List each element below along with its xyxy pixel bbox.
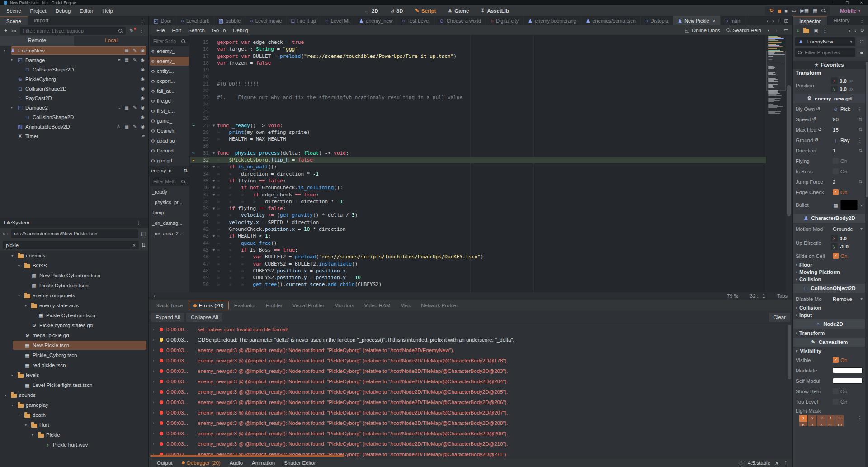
collapse-icon[interactable]: ▾	[11, 373, 15, 377]
scene-tab-level-mt[interactable]: ○Level Mt	[321, 16, 354, 25]
checkbox[interactable]: ✓	[833, 253, 839, 259]
code-line-20[interactable]: 20	[190, 73, 786, 80]
scene-node-collisionshape2d[interactable]: □CollisionShape2D◉	[0, 84, 148, 93]
prop-max-hea[interactable]: Max Hea↺15⇅	[793, 124, 865, 135]
signal-icon[interactable]: ≈	[142, 133, 146, 138]
method-item[interactable]: _ready	[149, 186, 189, 197]
more-icon[interactable]: ⋮	[858, 137, 863, 143]
code-line-47[interactable]: 47» » » var CUBEYS2 = BULLET2.instantiat…	[190, 261, 786, 267]
fs-item[interactable]: ⚙Pickle cyborg states.gd	[0, 320, 148, 330]
prop-up-directio-x[interactable]: x0.0	[831, 235, 863, 242]
history-back-icon[interactable]: ‹	[849, 28, 850, 33]
spinner-icon[interactable]: ⇅	[859, 179, 863, 184]
code-minimap[interactable]	[766, 35, 786, 292]
save-resource-icon[interactable]: ▣	[813, 28, 818, 33]
script-item[interactable]: ⚙first_e...	[149, 106, 189, 116]
script-item[interactable]: ⚙gun.gd	[149, 156, 189, 166]
error-row[interactable]: ›0:00:03...GDScript::reload: The paramet…	[149, 334, 792, 345]
group-prop-collision[interactable]: ›Collision	[793, 276, 865, 283]
fs-item[interactable]: ▾enemy componets	[0, 291, 148, 300]
expand-error-icon[interactable]: ›	[153, 379, 156, 384]
menu-help[interactable]: Help	[99, 7, 117, 14]
error-row[interactable]: ›0:00:03...enemy_new.gd:3 @ @implicit_re…	[149, 418, 792, 428]
fs-item[interactable]: ▾levels	[0, 370, 148, 380]
script-item[interactable]: ⚙good bo	[149, 136, 189, 146]
group-prop-visibility[interactable]: ▾Visibility	[793, 348, 865, 355]
scene-filter-input[interactable]: Filter: name, t:type, g:group	[20, 27, 126, 35]
remote-tab[interactable]: Remote	[0, 36, 74, 46]
prop-top-level[interactable]: Top LevelOn	[793, 396, 865, 407]
code-line-46[interactable]: 46» » » var BULLET2 = preload("res://sce…	[190, 253, 786, 260]
mask-bit-5[interactable]: 5	[835, 415, 844, 422]
eye-icon[interactable]: ◉	[140, 95, 146, 100]
script-item[interactable]: ⚙entity....	[149, 66, 189, 76]
code-line-49[interactable]: 49» » » CUBEYS2.position.y = position.y …	[190, 274, 786, 281]
group-prop-floor[interactable]: ›Floor	[793, 261, 865, 268]
filter-properties-input[interactable]: Filter Properties	[795, 48, 855, 57]
scene-tab-digital-city[interactable]: ○Digital city	[486, 16, 524, 25]
favorites-header[interactable]: ★Favorites	[793, 61, 865, 69]
expand-editor-icon[interactable]: ⊞	[784, 18, 788, 24]
fs-item[interactable]: ▾BOSS	[0, 261, 148, 271]
filesystem-menu-icon[interactable]: ⋮	[132, 219, 145, 227]
code-editor[interactable]: 15@export var edge_check = true16var tar…	[190, 35, 792, 292]
fold-icon[interactable]: ▼	[211, 247, 217, 253]
scene-tab-enemy-boomerang[interactable]: ♟enemy boomerang	[524, 16, 581, 25]
code-line-45[interactable]: 45▼» » if Is_Boss == true:	[190, 247, 786, 253]
scene-tab-door[interactable]: ◰Door	[149, 16, 176, 25]
collapse-icon[interactable]: ▾	[25, 423, 29, 427]
minimize-button[interactable]: –	[832, 0, 834, 5]
play-button[interactable]: ↻	[769, 8, 774, 14]
signal-icon[interactable]: ≈	[117, 57, 122, 62]
zoom-level[interactable]: 79 %	[727, 293, 738, 299]
prop-up-directio-y[interactable]: y-1.0	[831, 243, 863, 250]
indent-mode[interactable]: Tabs	[777, 293, 788, 299]
scene-tab-choose-a-world[interactable]: ☺Choose a world	[435, 16, 486, 25]
code-line-23[interactable]: 23#1. Figure out why and fix the sfhsrui…	[190, 94, 786, 101]
scene-tab-bubble[interactable]: ▨bubble	[214, 16, 245, 25]
script-item[interactable]: ⚙fire.gd	[149, 96, 189, 106]
scene-node-picklecyborg[interactable]: ☺PickleCyborg◉	[0, 74, 148, 84]
code-line-36[interactable]: 36▼» » if not GroundCheck.is_colliding()…	[190, 184, 786, 191]
screen-assetlib[interactable]: ↧AssetLib	[477, 7, 513, 14]
error-vscrollbar[interactable]	[788, 325, 791, 379]
bottom-tab-audio[interactable]: Audio	[226, 459, 247, 467]
code-line-33[interactable]: 33▼» if is_on_wall():	[190, 163, 786, 170]
method-item[interactable]: _on_area_2...	[149, 228, 189, 238]
remote-debug-icon[interactable]: ▭	[792, 8, 796, 14]
online-docs-button[interactable]: ◱Online Docs	[685, 27, 720, 33]
code-line-44[interactable]: 44» » queue_free()	[190, 240, 786, 247]
debugger-tab-misc[interactable]: Misc	[396, 301, 416, 310]
error-row[interactable]: ›0:00:03...enemy_new.gd:3 @ @implicit_re…	[149, 438, 792, 449]
script-menu-debug[interactable]: Debug	[229, 27, 252, 34]
new-resource-icon[interactable]: +	[797, 28, 799, 33]
collapse-icon[interactable]: ▾	[5, 393, 9, 397]
mask-bit-3[interactable]: 3	[817, 415, 826, 422]
code-line-42[interactable]: 42» GroundCheck.position.x = 10 * direct…	[190, 226, 786, 233]
expand-all-button[interactable]: Expand All	[151, 313, 184, 322]
stop-button[interactable]: ■	[784, 8, 788, 14]
export-profile-dropdown[interactable]: Mobile▾	[840, 8, 860, 14]
local-tab[interactable]: Local	[74, 36, 148, 46]
load-resource-icon[interactable]	[803, 29, 809, 33]
close-button[interactable]: ×	[860, 0, 863, 5]
scene-tab-test-level[interactable]: ○Test Level	[397, 16, 434, 25]
expand-error-icon[interactable]: ›	[153, 348, 156, 353]
fold-icon[interactable]: ▼	[211, 233, 217, 239]
prop-show-behi[interactable]: Show BehiOn	[793, 386, 865, 396]
property-tools-icon[interactable]: ≡	[857, 48, 866, 57]
scene-tree-menu-icon[interactable]: ⋮	[137, 28, 146, 34]
script-forward-icon[interactable]: ›	[776, 28, 778, 33]
more-icon[interactable]: ⋮	[858, 106, 863, 112]
script-item[interactable]: ⚙game_	[149, 116, 189, 126]
fold-icon[interactable]: ▼	[211, 122, 217, 129]
collapse-icon[interactable]: ▾	[4, 48, 8, 52]
code-line-40[interactable]: 40» » velocity += (get_gravity() * delta…	[190, 212, 786, 219]
prop-motion-mod[interactable]: Motion ModGrounde▾	[793, 224, 865, 234]
fold-icon[interactable]: ▼	[211, 150, 217, 157]
movie-icon[interactable]: ▦	[123, 105, 129, 110]
code-line-29[interactable]: 29» HEALTH = MAX_HEALTH	[190, 136, 786, 143]
fs-item[interactable]: ▦Pickle_Cyborg.tscn	[0, 350, 148, 360]
debugger-tab-profiler[interactable]: Profiler	[261, 301, 287, 310]
collapse-icon[interactable]: ▾	[11, 105, 15, 110]
